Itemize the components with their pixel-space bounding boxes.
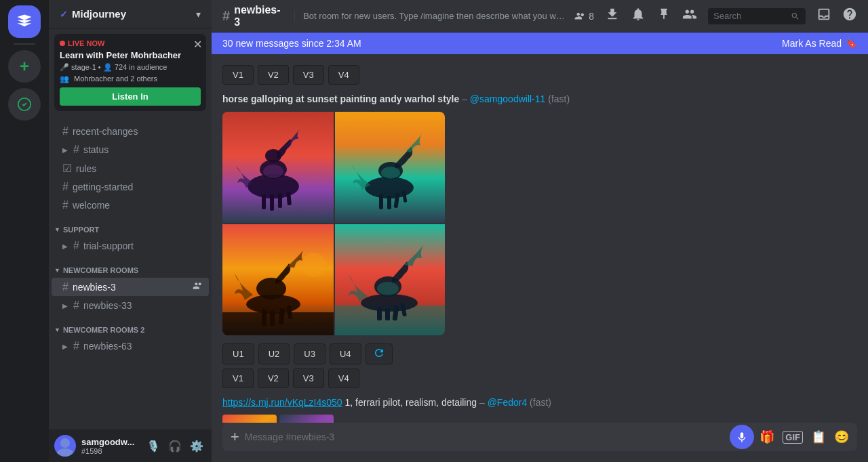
settings-button[interactable]: ⚙️ (187, 437, 206, 455)
chevron-icon: ▼ (54, 226, 60, 233)
category-newcomer-rooms-2[interactable]: ▼ NEWCOMER ROOMS 2 (49, 315, 212, 337)
svg-rect-24 (262, 310, 267, 326)
refresh-button[interactable] (366, 343, 393, 364)
message-prompt-1: horse galloping at sunset painting andy … (222, 93, 857, 106)
headphone-button[interactable]: 🎧 (165, 437, 184, 455)
message-link[interactable]: https://s.mj.run/vKqLzI4s050 (222, 397, 342, 408)
v1-top-button[interactable]: V1 (222, 65, 254, 85)
mark-as-read-button[interactable]: Mark As Read 🔖 (782, 38, 857, 49)
pin-icon[interactable] (656, 7, 671, 25)
chevron-right-icon: ▶ (62, 302, 68, 310)
svg-point-11 (263, 165, 283, 178)
sticker-icon[interactable]: 📋 (811, 429, 826, 444)
live-stage-banner: ✕ LIVE NOW Learn with Peter Mohrbacher 🎤… (54, 34, 206, 111)
svg-rect-7 (262, 194, 266, 209)
svg-rect-16 (387, 196, 391, 209)
image-grid[interactable] (222, 112, 445, 335)
bookmark-icon: 🔖 (846, 38, 857, 49)
v1-button[interactable]: V1 (222, 369, 254, 388)
u1-button[interactable]: U1 (222, 343, 254, 364)
channel-item-rules[interactable]: ☑ rules (52, 159, 209, 177)
emoji-icon[interactable]: 😊 (834, 429, 849, 444)
svg-rect-21 (222, 312, 334, 335)
people-icon[interactable] (682, 7, 697, 25)
audience-icon: 👤 (103, 63, 113, 71)
image-cell-2[interactable] (335, 112, 445, 223)
svg-rect-25 (270, 311, 275, 326)
gift-icon[interactable]: 🎁 (760, 429, 774, 444)
hash-icon: # (62, 181, 68, 193)
channel-header: # newbies-3 Bot room for new users. Type… (212, 0, 868, 33)
svg-rect-34 (385, 308, 390, 320)
channel-item-newbies-3[interactable]: # newbies-3 (52, 278, 209, 296)
v4-top-button[interactable]: V4 (328, 65, 359, 85)
search-input[interactable] (713, 11, 787, 21)
chevron-down-icon: ▾ (196, 9, 201, 20)
channel-description: Bot room for new users. Type /imagine th… (294, 11, 566, 21)
preview-image-1[interactable] (222, 415, 277, 423)
input-area: + 🎁 GIF 📋 😊 (212, 423, 868, 462)
u2-button[interactable]: U2 (258, 343, 290, 364)
v2-button[interactable]: V2 (258, 369, 289, 388)
channel-item-newbies-33[interactable]: ▶ # newbies-33 (52, 297, 209, 314)
channel-item-welcome[interactable]: # welcome (52, 196, 209, 214)
live-dot-icon (60, 41, 65, 46)
verified-check-icon: ✓ (60, 9, 68, 20)
image-cell-3[interactable] (222, 224, 334, 335)
category-newcomer-rooms[interactable]: ▼ NEWCOMER ROOMS (49, 255, 212, 277)
server-rail: + (0, 0, 49, 462)
discover-server-button[interactable] (8, 88, 41, 121)
message-input[interactable] (245, 424, 724, 450)
add-content-button[interactable]: + (231, 423, 239, 451)
category-support[interactable]: ▼ SUPPORT (49, 215, 212, 236)
inbox-icon[interactable] (816, 7, 831, 25)
preview-image-2[interactable] (279, 415, 334, 423)
listen-in-button[interactable]: Listen In (60, 87, 201, 106)
user-avatar (54, 435, 76, 457)
user-controls: 🎙️ 🎧 ⚙️ (144, 437, 206, 455)
hash-icon: # (73, 144, 79, 156)
live-stage-meta: 🎤 stage-1 • 👤 724 in audience (60, 63, 201, 72)
stage-icon: 🎤 (60, 63, 69, 71)
member-count: 8 (574, 10, 594, 22)
channel-item-trial-support[interactable]: ▶ # trial-support (52, 237, 209, 255)
messages-area[interactable]: V1 V2 V3 V4 horse galloping at sunset pa… (212, 54, 868, 423)
u4-button[interactable]: U4 (330, 343, 361, 364)
gif-button[interactable]: GIF (783, 431, 803, 444)
main-content: # newbies-3 Bot room for new users. Type… (212, 0, 868, 462)
server-icon-midjourney[interactable] (8, 5, 41, 38)
image-cell-4[interactable] (335, 224, 445, 335)
channel-item-newbies-63[interactable]: ▶ # newbies-63 (52, 337, 209, 355)
v3-button[interactable]: V3 (293, 369, 324, 388)
chevron-right-icon: ▶ (62, 146, 68, 154)
help-icon[interactable] (842, 7, 857, 25)
image-cell-1[interactable] (222, 112, 334, 223)
svg-rect-33 (377, 307, 382, 320)
search-box[interactable] (708, 8, 806, 24)
check-square-icon: ☑ (62, 162, 72, 175)
channel-item-getting-started[interactable]: # getting-started (52, 178, 209, 196)
v4-button[interactable]: V4 (328, 369, 359, 388)
v3-top-button[interactable]: V3 (293, 65, 324, 85)
channel-item-status[interactable]: ▶ # status (52, 141, 209, 159)
server-header[interactable]: ✓ Midjourney ▾ (49, 0, 212, 28)
voice-message-button[interactable] (730, 425, 754, 449)
add-server-button[interactable]: + (8, 50, 41, 83)
chevron-right-icon: ▶ (62, 343, 68, 350)
u3-button[interactable]: U3 (294, 343, 326, 364)
mic-button[interactable]: 🎙️ (144, 437, 163, 455)
svg-rect-15 (379, 194, 383, 209)
close-live-banner-button[interactable]: ✕ (193, 38, 202, 51)
strike-through-icon[interactable] (605, 7, 620, 25)
header-actions: 8 (574, 7, 857, 25)
preview-images (222, 415, 857, 423)
svg-point-19 (381, 167, 400, 179)
channel-hash-icon: # (222, 8, 230, 24)
v2-top-button[interactable]: V2 (258, 65, 289, 85)
channel-header-name: # newbies-3 (222, 4, 286, 28)
message-prompt-2: https://s.mj.run/vKqLzI4s050 1, ferrari … (222, 396, 857, 410)
hash-icon: # (62, 199, 68, 211)
hash-icon: # (62, 281, 68, 293)
bell-icon[interactable] (631, 7, 646, 25)
channel-item-recent-changes[interactable]: # recent-changes (52, 123, 209, 140)
